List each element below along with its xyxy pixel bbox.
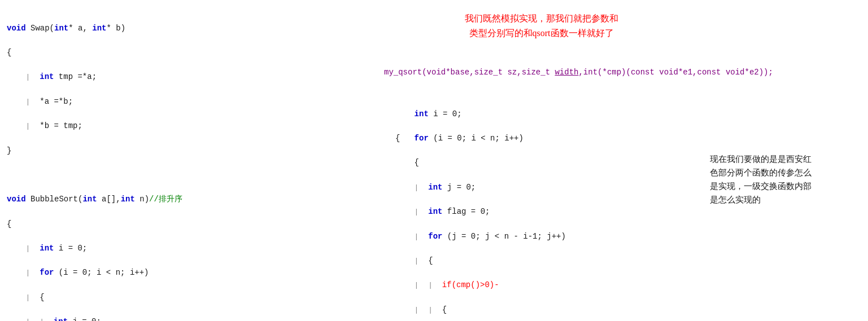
main-container: void Swap(int* a, int* b) { | int tmp =*… [0, 0, 868, 321]
annotation-right-text: 现在我们要做的是是西安红 色部分两个函数的传参怎么 是实现，一级交换函数内部 是… [710, 152, 857, 206]
annotation-top-text: 我们既然模拟实现，那我们就把参数和 类型分别写的和qsort函数一样就好了 [429, 11, 653, 40]
left-panel: void Swap(int* a, int* b) { | int tmp =*… [0, 6, 384, 321]
right-code-block: int i = 0; { for (i = 0; i < n; i++) { |… [395, 96, 566, 321]
right-code-text: int i = 0; { for (i = 0; i < n; i++) { |… [395, 96, 566, 321]
param-line-text: my_qsort(void*base,size_t sz,size_t widt… [384, 68, 868, 77]
right-panel: 我们既然模拟实现，那我们就把参数和 类型分别写的和qsort函数一样就好了 my… [384, 6, 868, 321]
annotation-top: 我们既然模拟实现，那我们就把参数和 类型分别写的和qsort函数一样就好了 [429, 11, 653, 40]
param-line-container: my_qsort(void*base,size_t sz,size_t widt… [384, 68, 868, 77]
annotation-right: 现在我们要做的是是西安红 色部分两个函数的传参怎么 是实现，一级交换函数内部 是… [710, 152, 857, 206]
left-code-block: void Swap(int* a, int* b) { | int tmp =*… [7, 10, 377, 321]
